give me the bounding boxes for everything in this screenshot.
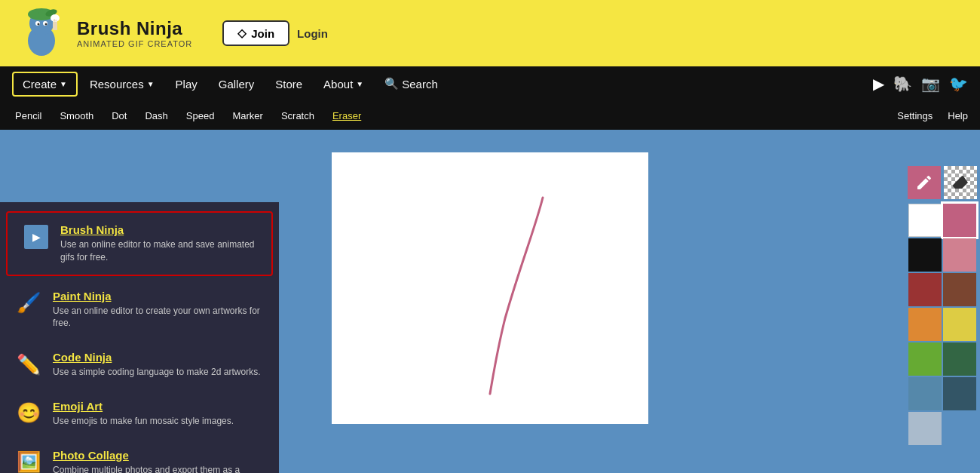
tool-pencil[interactable]: Pencil bbox=[12, 109, 44, 123]
emoji-art-icon: 😊 bbox=[17, 401, 41, 425]
code-ninja-icon: ✏️ bbox=[17, 353, 41, 376]
create-dropdown: Brush Ninja Use an online editor to make… bbox=[0, 202, 279, 473]
svg-point-8 bbox=[45, 23, 47, 26]
nav-item-store[interactable]: Store bbox=[266, 73, 311, 95]
color-green[interactable] bbox=[908, 342, 942, 376]
help-button[interactable]: Help bbox=[948, 110, 968, 121]
color-dark-blue[interactable] bbox=[943, 377, 976, 410]
photo-collage-icon: 🖼️ bbox=[17, 450, 41, 473]
header-buttons: ◇ Join Login bbox=[222, 20, 328, 46]
chevron-down-icon: ▼ bbox=[147, 80, 155, 88]
login-button[interactable]: Login bbox=[297, 20, 328, 46]
pencil-tool-btn[interactable] bbox=[908, 166, 941, 199]
color-swatches bbox=[908, 204, 976, 445]
dropdown-item-code-ninja[interactable]: ✏️ Code Ninja Use a simple coding langua… bbox=[0, 340, 279, 389]
color-red[interactable] bbox=[908, 273, 942, 306]
search-icon: 🔍 bbox=[384, 77, 399, 91]
brush-ninja-icon bbox=[24, 225, 48, 249]
tool-speed[interactable]: Speed bbox=[183, 109, 218, 123]
color-blue[interactable] bbox=[908, 377, 942, 410]
color-yellow[interactable] bbox=[943, 308, 976, 341]
nav-item-about[interactable]: About ▼ bbox=[314, 73, 372, 95]
instagram-icon[interactable]: 📷 bbox=[921, 75, 940, 93]
color-pink-selected[interactable] bbox=[943, 204, 976, 237]
tool-eraser[interactable]: Eraser bbox=[329, 109, 364, 123]
join-button[interactable]: ◇ Join bbox=[222, 20, 289, 46]
youtube-icon[interactable]: ▶ bbox=[873, 75, 884, 93]
chevron-down-icon: ▼ bbox=[356, 80, 363, 88]
brand-name: Brush Ninja bbox=[77, 18, 192, 39]
svg-point-7 bbox=[38, 23, 40, 26]
color-light-pink[interactable] bbox=[943, 238, 976, 272]
color-light-blue[interactable] bbox=[908, 412, 942, 445]
nav: Create ▼ Resources ▼ Play Gallery Store … bbox=[0, 66, 980, 101]
mastodon-icon[interactable]: 🐘 bbox=[893, 75, 912, 93]
color-panel bbox=[905, 158, 980, 453]
brush-stroke-svg bbox=[332, 152, 648, 424]
twitter-icon[interactable]: 🐦 bbox=[949, 75, 968, 93]
toolbar: Pencil Smooth Dot Dash Speed Marker Scra… bbox=[0, 101, 980, 130]
logo-mascot bbox=[15, 7, 68, 60]
nav-item-search[interactable]: 🔍 Search bbox=[375, 72, 447, 95]
logo-area: Brush Ninja ANIMATED GIF CREATOR bbox=[15, 7, 192, 60]
color-transparent[interactable] bbox=[943, 412, 976, 445]
tool-dot[interactable]: Dot bbox=[109, 109, 130, 123]
drawing-canvas[interactable] bbox=[332, 152, 648, 424]
color-orange[interactable] bbox=[908, 308, 942, 341]
dropdown-item-photo-collage[interactable]: 🖼️ Photo Collage Combine multiple photos… bbox=[0, 438, 279, 473]
eraser-tool-btn[interactable] bbox=[944, 166, 977, 199]
brand-tagline: ANIMATED GIF CREATOR bbox=[77, 39, 192, 48]
brand-text: Brush Ninja ANIMATED GIF CREATOR bbox=[77, 18, 192, 48]
color-black[interactable] bbox=[908, 238, 942, 272]
nav-item-resources[interactable]: Resources ▼ bbox=[81, 73, 164, 95]
diamond-icon: ◇ bbox=[237, 26, 247, 40]
main-content: Brush Ninja Use an online editor to make… bbox=[0, 101, 980, 473]
tool-scratch[interactable]: Scratch bbox=[278, 109, 317, 123]
chevron-down-icon: ▼ bbox=[60, 80, 67, 88]
nav-item-create[interactable]: Create ▼ bbox=[12, 72, 78, 97]
settings-button[interactable]: Settings bbox=[897, 110, 933, 121]
dropdown-item-emoji-art[interactable]: 😊 Emoji Art Use emojis to make fun mosai… bbox=[0, 389, 279, 438]
dropdown-item-paint-ninja[interactable]: 🖌️ Paint Ninja Use an online editor to c… bbox=[0, 279, 279, 341]
tool-dash[interactable]: Dash bbox=[142, 109, 170, 123]
dropdown-item-brush-ninja[interactable]: Brush Ninja Use an online editor to make… bbox=[6, 211, 273, 276]
tool-marker[interactable]: Marker bbox=[229, 109, 265, 123]
color-white[interactable] bbox=[908, 204, 942, 237]
nav-item-play[interactable]: Play bbox=[167, 73, 207, 95]
header: Brush Ninja ANIMATED GIF CREATOR ◇ Join … bbox=[0, 0, 980, 66]
color-brown[interactable] bbox=[943, 273, 976, 306]
social-links: ▶ 🐘 📷 🐦 bbox=[873, 75, 968, 93]
color-dark-green[interactable] bbox=[943, 342, 976, 376]
tool-smooth[interactable]: Smooth bbox=[57, 109, 96, 123]
nav-item-gallery[interactable]: Gallery bbox=[210, 73, 264, 95]
paint-ninja-icon: 🖌️ bbox=[17, 291, 41, 315]
